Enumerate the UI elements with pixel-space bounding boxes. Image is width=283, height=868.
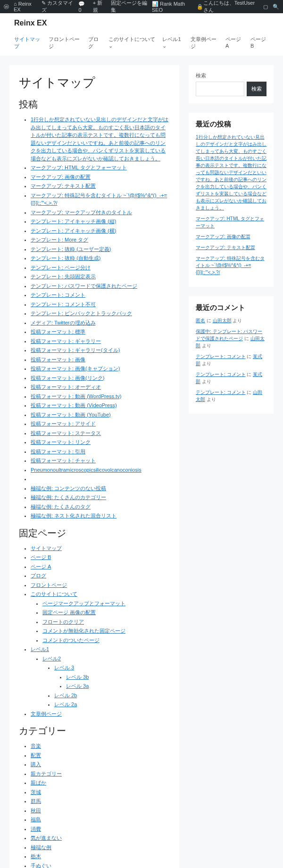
post-link[interactable]: Pneumonoultramicroscopicsilicovolcanocon… (31, 467, 142, 473)
category-link[interactable]: 栃木 (31, 853, 41, 859)
post-link[interactable]: 1行分しか想定されていない見出しのデザインだと文字がはみ出してしまってあら大変。… (31, 117, 168, 161)
category-link[interactable]: 福島 (31, 817, 41, 822)
post-link[interactable]: マークアップ: マークアップ付きのタイトル (31, 209, 132, 215)
category-link[interactable]: 秋田 (31, 808, 41, 813)
post-link[interactable]: テンプレート: コメント不可 (31, 301, 96, 307)
post-link[interactable]: メディア: Twitterの埋め込み (31, 320, 96, 326)
nav-item[interactable]: 文章例ページ (191, 36, 218, 50)
post-link[interactable]: マークアップ: 特殊記号を含むタイトル ~`!@#$%^&*()_-+={[}]… (31, 192, 167, 206)
category-link[interactable]: 配置 (31, 752, 41, 758)
admin-rankmath[interactable]: 📊 Rank Math SEO (152, 1, 192, 13)
category-link[interactable]: 音楽 (31, 743, 41, 749)
post-link[interactable]: テンプレート: アイキャッチ画像 (縦) (31, 218, 117, 224)
page-link[interactable]: 固定ページ 画像の配置 (42, 609, 96, 615)
recent-post-link[interactable]: マークアップ: HTML タグとフォーマット (196, 216, 264, 228)
comment-link[interactable]: テンプレート: コメント (196, 390, 246, 395)
post-link[interactable]: 投稿フォーマット: アサイド (31, 421, 96, 426)
page-link[interactable]: ブログ (31, 573, 46, 578)
post-link[interactable]: 投稿フォーマット: 標準 (31, 329, 85, 334)
category-link[interactable]: 手ぬぐい (31, 863, 51, 868)
page-link[interactable]: レベル 2b (54, 693, 77, 698)
post-link[interactable]: 極端な例: ネスト化された混合リスト (31, 513, 117, 518)
post-link[interactable]: 極端な例: コンテンツのない投稿 (31, 485, 106, 491)
nav-item[interactable]: このサイトについて ⌄ (108, 36, 156, 50)
category-link[interactable]: 消費 (31, 826, 41, 832)
post-link[interactable]: テンプレート: アイキャッチ画像 (横) (31, 228, 117, 234)
recent-post-link[interactable]: マークアップ: 特殊記号を含むタイトル ~`!@#$%^&*()_-+={[}]… (196, 256, 265, 275)
post-link[interactable]: 投稿フォーマット: 画像 (31, 357, 85, 362)
page-link[interactable]: ページ A (31, 564, 51, 569)
admin-customize[interactable]: ✎ カスタマイズ (42, 0, 74, 14)
comment-link[interactable]: 匿名 (196, 318, 205, 323)
search-button[interactable]: 検索 (247, 82, 266, 96)
post-link[interactable]: 投稿フォーマット: ギャラリー (31, 338, 101, 344)
post-link[interactable]: 投稿フォーマット: ステータス (31, 430, 101, 436)
page-link[interactable]: サイトマップ (31, 545, 62, 551)
page-link[interactable]: レベル 2a (54, 701, 77, 707)
page-link[interactable]: レベル 3a (66, 683, 89, 689)
category-link[interactable]: 購入 (31, 761, 41, 767)
recent-post-link[interactable]: 1行分しか想定されていない見出しのデザインだと文字がはみ出してしまってあら大変。… (196, 134, 266, 210)
post-link[interactable]: テンプレート: ピンバックとトラックバック (31, 310, 132, 316)
post-link[interactable]: 投稿フォーマット: 画像(リンク) (31, 375, 104, 381)
post-link[interactable]: 投稿フォーマット: ギャラリー(タイル) (31, 347, 120, 353)
post-link[interactable]: テンプレート: 抜粋 (ユーザー定義) (31, 246, 111, 252)
post-link[interactable]: 投稿フォーマット: 引用 (31, 449, 85, 454)
admin-comments[interactable]: 💬 0 (78, 1, 88, 13)
site-title[interactable]: Reinx EX (14, 19, 47, 27)
post-link[interactable]: マークアップ: HTML タグとフォーマット (31, 165, 127, 170)
wp-logo-icon[interactable]: ⓦ (4, 3, 9, 10)
nav-item[interactable]: ページ B (250, 36, 269, 50)
admin-new[interactable]: + 新規 (93, 0, 106, 14)
post-link[interactable]: 極端な例: たくさんのカテゴリー (31, 494, 106, 500)
category-link[interactable]: 極端な例 (31, 844, 51, 850)
category-link[interactable]: 茨城 (31, 789, 41, 795)
page-link[interactable]: レベル1 (31, 646, 49, 652)
recent-post-link[interactable]: マークアップ: 画像の配置 (196, 234, 250, 239)
search-icon[interactable]: 🔍 (273, 4, 279, 10)
post-link[interactable]: テンプレート: 先頭固定表示 (31, 274, 96, 279)
post-link[interactable]: 投稿フォーマット: チャット (31, 458, 96, 463)
page-link[interactable]: コメントのついたページ (42, 637, 100, 643)
post-link[interactable]: 投稿フォーマット: 画像(キャプション) (31, 366, 120, 371)
page-link[interactable]: レベル 3 (54, 665, 74, 670)
page-link[interactable]: レベル 3b (66, 674, 89, 680)
admin-greeting[interactable]: こんにちは、TestUser さん (203, 0, 258, 14)
post-link[interactable]: 投稿フォーマット: オーディオ (31, 384, 101, 390)
post-link[interactable]: 投稿フォーマット: 動画 (YouTube) (31, 412, 111, 417)
page-link[interactable]: このサイトについて (31, 591, 77, 597)
nav-item[interactable]: フロントページ (49, 36, 81, 50)
page-link[interactable]: レベル2 (42, 656, 61, 661)
post-link[interactable]: マークアップ: 画像の配置 (31, 174, 91, 180)
post-link[interactable]: テンプレート: パスワードで保護されたページ (31, 283, 137, 289)
comment-author-link[interactable]: 山田太郎 (213, 318, 232, 323)
post-link[interactable]: 投稿フォーマット: 動画 (WordPress.tv) (31, 393, 121, 399)
admin-site[interactable]: ⌂ Reinx EX (14, 1, 37, 12)
page-link[interactable]: フロントページ (31, 582, 67, 588)
lock-icon[interactable]: 🔒 (197, 4, 203, 10)
comment-link[interactable]: テンプレート: コメント (196, 354, 246, 359)
avatar-icon[interactable]: ▢ (263, 4, 268, 10)
post-link[interactable]: 投稿フォーマット: リンク (31, 439, 91, 445)
post-link[interactable]: 極端な例: たくさんのタグ (31, 504, 91, 509)
search-input[interactable] (196, 82, 244, 96)
nav-item[interactable]: ブログ (88, 36, 102, 50)
page-link[interactable]: ページマークアップとフォーマット (42, 601, 125, 606)
post-link[interactable]: テンプレート: ページ分け (31, 265, 91, 270)
post-link[interactable]: テンプレート: 抜粋 (自動生成) (31, 255, 101, 261)
category-link[interactable]: 親ばか (31, 780, 46, 785)
post-link[interactable]: テンプレート: コメント (31, 292, 85, 298)
page-link[interactable]: 文章例ページ (31, 711, 62, 717)
recent-post-link[interactable]: マークアップ: テキスト配置 (196, 245, 255, 250)
page-link[interactable]: ページ B (31, 554, 51, 560)
page-link[interactable]: コメントが無効化された固定ページ (42, 628, 125, 634)
category-link[interactable]: 気が進まない (31, 835, 62, 841)
category-link[interactable]: 親カテゴリー (31, 771, 62, 776)
category-link[interactable]: 群馬 (31, 798, 41, 804)
nav-item[interactable]: ページ A (225, 36, 244, 50)
page-link[interactable]: フロートのクリア (42, 619, 84, 625)
admin-edit[interactable]: 固定ページを編集 (111, 0, 147, 14)
comment-link[interactable]: テンプレート: コメント (196, 372, 246, 377)
nav-item[interactable]: レベル1 ⌄ (162, 36, 184, 50)
nav-item[interactable]: サイトマップ (14, 36, 42, 50)
